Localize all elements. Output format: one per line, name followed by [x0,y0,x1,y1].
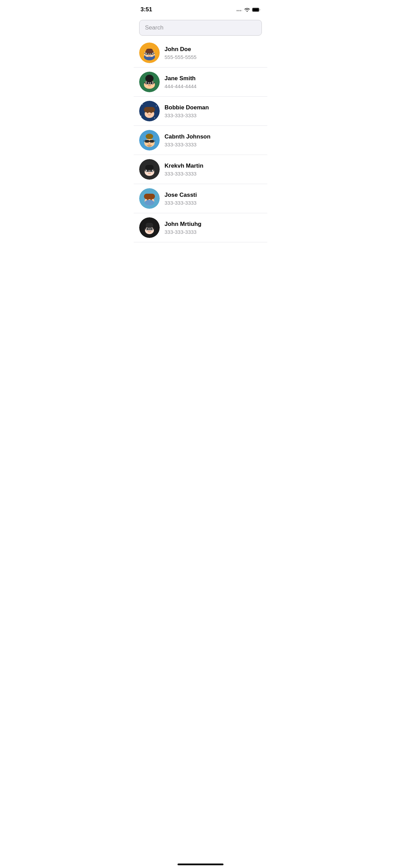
contact-info: Cabnth Johnson 333-333-3333 [165,133,262,147]
contact-name: John Mrtiuhg [165,220,262,228]
svg-rect-61 [144,194,155,199]
contacts-list: John Doe 555-555-5555 Jane Smith [134,38,267,242]
contact-name: Bobbie Doeman [165,104,262,111]
avatar [139,72,160,92]
contact-name: Cabnth Johnson [165,133,262,141]
avatar [139,130,160,150]
svg-point-2 [240,10,241,11]
svg-rect-44 [149,141,150,142]
contact-info: Krekvh Martin 333-333-3333 [165,162,262,176]
search-bar[interactable] [139,20,262,36]
svg-point-1 [238,10,240,11]
svg-point-32 [154,118,155,118]
contact-phone: 555-555-5555 [165,54,262,60]
svg-rect-63 [147,202,151,205]
status-icons [236,8,260,12]
svg-point-30 [142,104,143,105]
contact-phone: 444-444-4444 [165,83,262,89]
avatar [139,188,160,209]
contact-name: Jane Smith [165,75,262,82]
contact-phone: 333-333-3333 [165,200,262,206]
svg-rect-16 [146,49,153,53]
svg-rect-55 [145,165,154,170]
list-item[interactable]: Jose Cassti 333-333-3333 [134,184,267,213]
contact-info: John Doe 555-555-5555 [165,46,262,60]
svg-rect-5 [253,8,259,11]
svg-point-24 [146,82,148,84]
contact-info: Jose Cassti 333-333-3333 [165,191,262,205]
contact-name: Jose Cassti [165,191,262,199]
contact-info: Jane Smith 444-444-4444 [165,75,262,89]
svg-rect-17 [145,51,147,53]
avatar [139,43,160,63]
wifi-icon [244,8,250,12]
contact-info: John Mrtiuhg 333-333-3333 [165,220,262,234]
svg-point-31 [156,106,157,106]
list-item[interactable]: Jane Smith 444-444-4444 [134,68,267,97]
list-item[interactable]: John Mrtiuhg 333-333-3333 [134,213,267,242]
search-input[interactable] [145,24,256,31]
svg-point-45 [146,134,153,139]
battery-icon [252,8,260,12]
avatar [139,217,160,238]
svg-rect-43 [150,140,154,143]
list-item[interactable]: Bobbie Doeman 333-333-3333 [134,97,267,126]
status-bar: 3:51 [134,0,267,17]
list-item[interactable]: Cabnth Johnson 333-333-3333 [134,126,267,155]
contact-name: John Doe [165,46,262,53]
svg-point-33 [141,116,142,117]
contact-info: Bobbie Doeman 333-333-3333 [165,104,262,118]
svg-rect-42 [145,140,149,143]
list-item[interactable]: John Doe 555-555-5555 [134,38,267,68]
svg-point-69 [147,228,149,230]
svg-rect-18 [152,51,154,53]
svg-point-70 [150,228,152,230]
status-time: 3:51 [141,6,152,13]
contact-name: Krekvh Martin [165,162,262,170]
contact-phone: 333-333-3333 [165,142,262,147]
avatar [139,101,160,121]
svg-point-3 [242,10,242,11]
contact-phone: 333-333-3333 [165,112,262,118]
avatar [139,159,160,180]
svg-point-25 [150,82,153,84]
list-item[interactable]: Krekvh Martin 333-333-3333 [134,155,267,184]
signal-icon [236,8,242,12]
svg-point-0 [236,10,238,11]
svg-rect-73 [146,223,153,228]
contact-phone: 333-333-3333 [165,229,262,235]
contact-phone: 333-333-3333 [165,171,262,177]
